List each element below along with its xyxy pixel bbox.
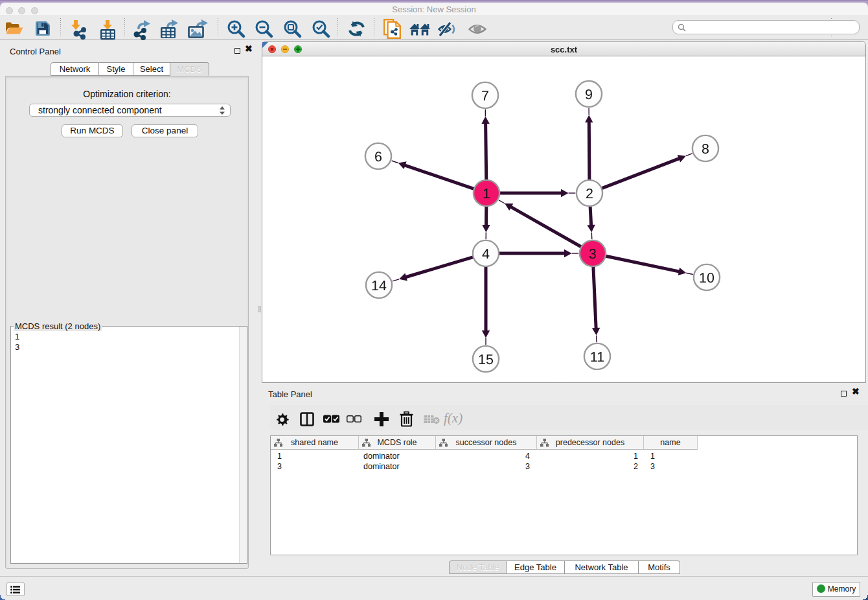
svg-text:15: 15 (478, 352, 494, 367)
svg-text:8: 8 (702, 141, 709, 157)
svg-text:4: 4 (482, 246, 490, 262)
svg-text:2: 2 (586, 186, 593, 202)
svg-text:14: 14 (371, 278, 387, 294)
svg-text:9: 9 (585, 87, 593, 102)
svg-text:7: 7 (481, 88, 489, 104)
svg-text:10: 10 (699, 270, 714, 286)
svg-text:6: 6 (374, 149, 382, 165)
svg-text:1: 1 (483, 186, 490, 202)
svg-text:3: 3 (589, 246, 597, 262)
svg-text:11: 11 (590, 349, 604, 365)
